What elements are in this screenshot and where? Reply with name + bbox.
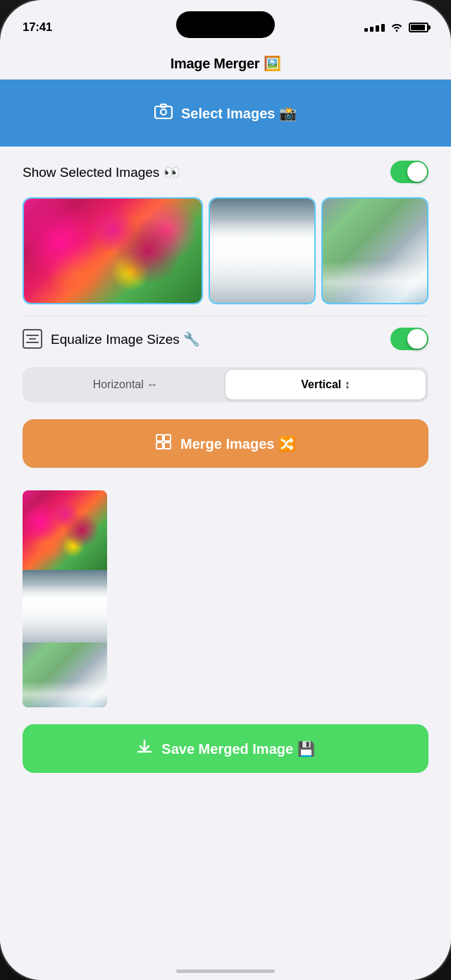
merge-label: Merge Images 🔀 <box>180 435 296 452</box>
preview-cliff <box>23 643 107 707</box>
show-selected-toggle[interactable] <box>390 161 428 183</box>
status-time: 17:41 <box>23 20 52 35</box>
scroll-content[interactable]: Select Images 📸 Show Selected Images 👀 <box>0 80 451 980</box>
save-icon <box>136 738 153 759</box>
status-icons <box>364 22 428 34</box>
app-content: Image Merger 🖼️ Select Images 📸 <box>0 45 451 980</box>
show-selected-row: Show Selected Images 👀 <box>0 147 451 197</box>
flowers-image <box>24 199 202 303</box>
title-bar: Image Merger 🖼️ <box>0 45 451 80</box>
app-title: Image Merger 🖼️ <box>17 55 434 72</box>
direction-toggle: Horizontal ↔️ Vertical ↕️ <box>23 367 428 402</box>
merge-section: Merge Images 🔀 <box>0 414 451 485</box>
thumbnail-waterfall[interactable] <box>209 197 316 304</box>
dynamic-island <box>176 11 275 38</box>
select-icon <box>154 104 173 123</box>
vertical-button[interactable]: Vertical ↕️ <box>226 370 426 399</box>
select-section: Select Images 📸 <box>0 80 451 147</box>
svg-rect-4 <box>164 435 171 441</box>
thumbnail-flowers[interactable] <box>23 197 203 304</box>
waterfall-image <box>210 199 314 303</box>
preview-strip <box>23 490 107 707</box>
home-indicator <box>176 969 275 973</box>
wifi-icon <box>390 22 403 34</box>
show-selected-label: Show Selected Images 👀 <box>23 164 180 180</box>
phone-frame: 17:41 Image Merger 🖼️ <box>0 0 451 980</box>
cliff-image <box>323 199 427 303</box>
svg-point-1 <box>161 109 166 115</box>
svg-rect-5 <box>156 442 163 449</box>
signal-icon <box>364 24 385 32</box>
save-section: Save Merged Image 💾 <box>0 724 451 795</box>
equalize-row: Equalize Image Sizes 🔧 <box>0 316 451 361</box>
equalize-icon <box>23 329 42 349</box>
battery-icon <box>409 23 428 32</box>
images-grid <box>0 197 451 316</box>
svg-rect-0 <box>155 106 172 118</box>
horizontal-label: Horizontal ↔️ <box>93 378 158 391</box>
merge-icon <box>155 433 172 454</box>
merged-preview <box>23 490 107 707</box>
battery-fill <box>411 25 425 30</box>
horizontal-button[interactable]: Horizontal ↔️ <box>25 370 226 399</box>
preview-area <box>0 485 451 724</box>
preview-waterfall <box>23 570 107 643</box>
equalize-label: Equalize Image Sizes 🔧 <box>51 331 200 347</box>
preview-flowers <box>23 490 107 570</box>
merge-images-button[interactable]: Merge Images 🔀 <box>23 419 428 468</box>
save-label: Save Merged Image 💾 <box>161 740 314 757</box>
select-images-button[interactable]: Select Images 📸 <box>23 91 428 135</box>
vertical-label: Vertical ↕️ <box>301 378 350 391</box>
equalize-left: Equalize Image Sizes 🔧 <box>23 329 200 349</box>
svg-rect-3 <box>156 435 163 441</box>
svg-rect-6 <box>164 442 171 449</box>
select-images-label: Select Images 📸 <box>181 105 297 122</box>
save-merged-button[interactable]: Save Merged Image 💾 <box>23 724 428 773</box>
equalize-toggle[interactable] <box>390 328 428 350</box>
thumbnail-cliff[interactable] <box>321 197 428 304</box>
